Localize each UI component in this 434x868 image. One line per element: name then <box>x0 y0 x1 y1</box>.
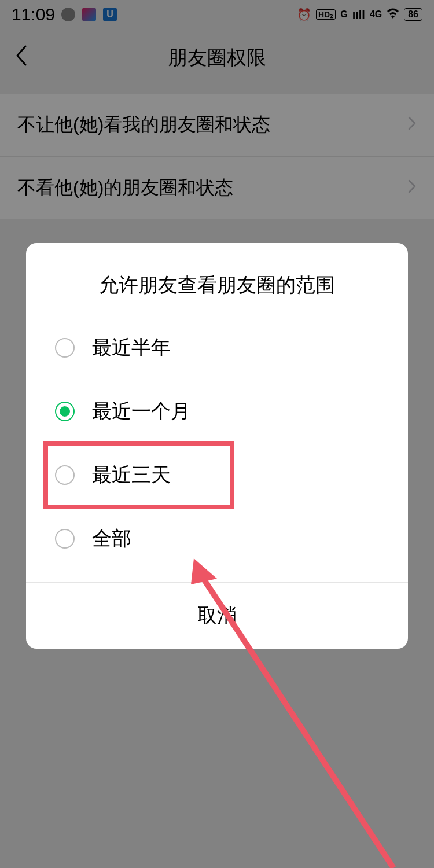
radio-icon-selected <box>55 402 75 421</box>
option-one-month[interactable]: 最近一个月 <box>26 380 408 443</box>
option-label: 全部 <box>92 525 131 552</box>
option-label: 最近一个月 <box>92 398 190 425</box>
visibility-range-dialog: 允许朋友查看朋友圈的范围 最近半年 最近一个月 最近三天 全部 取消 <box>26 243 408 649</box>
radio-icon <box>55 529 75 549</box>
option-all[interactable]: 全部 <box>26 507 408 571</box>
option-label: 最近三天 <box>92 462 171 488</box>
option-half-year[interactable]: 最近半年 <box>26 316 408 380</box>
radio-icon <box>55 338 75 358</box>
modal-overlay[interactable]: 允许朋友查看朋友圈的范围 最近半年 最近一个月 最近三天 全部 取消 <box>0 0 434 868</box>
option-label: 最近半年 <box>92 334 171 361</box>
cancel-button[interactable]: 取消 <box>26 582 408 649</box>
dialog-title: 允许朋友查看朋友圈的范围 <box>26 243 408 316</box>
radio-icon <box>55 465 75 485</box>
option-three-days[interactable]: 最近三天 <box>26 443 408 507</box>
